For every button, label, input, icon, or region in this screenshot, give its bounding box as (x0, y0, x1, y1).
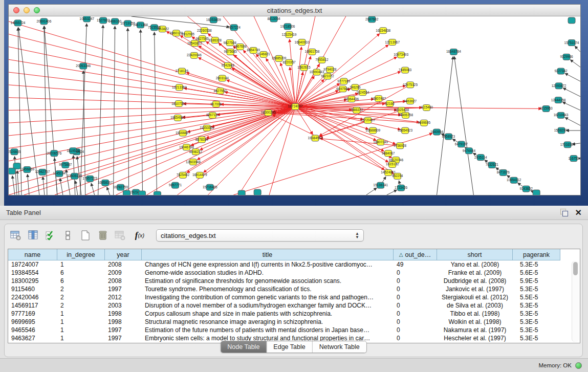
column-header-name[interactable]: name (8, 249, 57, 260)
new-table-icon[interactable] (78, 228, 93, 243)
network-node[interactable]: 16648784 (446, 49, 461, 55)
network-node[interactable]: 9146821 (257, 51, 271, 57)
network-node[interactable]: 14495758 (398, 112, 413, 118)
network-node[interactable]: 12444158 (551, 97, 566, 103)
network-node[interactable]: 18107552 (171, 101, 186, 107)
rows-icon[interactable] (61, 228, 75, 243)
network-window-titlebar[interactable]: citations_edges.txt (9, 5, 580, 16)
network-node[interactable]: 2718126 (176, 68, 189, 74)
network-node[interactable]: 9756928 (394, 143, 407, 149)
network-node[interactable]: 2526605 (9, 149, 21, 155)
network-node[interactable]: 8466160 (108, 18, 122, 25)
column-header-out_de[interactable]: △out_de… (394, 249, 437, 260)
column-header-year[interactable]: year (105, 249, 142, 260)
network-node[interactable]: 8912935 (182, 31, 195, 37)
network-node[interactable]: 14671368 (133, 22, 148, 28)
table-settings-icon[interactable] (9, 228, 23, 243)
network-node[interactable]: 19218506 (280, 24, 295, 30)
column-header-title[interactable]: title (142, 249, 394, 260)
network-node[interactable]: 22260538 (197, 28, 212, 34)
network-node[interactable]: 19166827 (176, 130, 190, 136)
network-node[interactable]: 1640954 (430, 129, 444, 135)
network-node[interactable]: 20206576 (47, 150, 61, 157)
network-node[interactable]: 16640910 (295, 39, 310, 46)
network-node[interactable]: 20364436 (344, 96, 359, 102)
network-node[interactable]: 11353554 (200, 125, 214, 131)
network-node[interactable]: 62160 (385, 101, 395, 107)
network-node[interactable]: 1527602 (97, 17, 110, 24)
network-node[interactable]: 15751074 (564, 40, 579, 46)
network-node[interactable]: 11456869 (20, 166, 35, 172)
network-node[interactable]: 9227342 (554, 68, 568, 74)
network-node[interactable]: 9884067 (382, 150, 395, 157)
network-node[interactable]: 9975887 (59, 162, 72, 168)
network-node[interactable]: 8860128 (170, 30, 183, 36)
close-panel-icon[interactable]: ✕ (575, 209, 582, 216)
network-node[interactable]: 7632621 (486, 162, 499, 168)
tab-network-table[interactable]: Network Table (312, 341, 366, 353)
close-window-icon[interactable] (13, 7, 19, 13)
network-node[interactable]: 8215953 (540, 106, 553, 112)
network-node[interactable]: 746266 (350, 84, 361, 91)
column-visibility-icon[interactable] (26, 228, 40, 243)
network-node[interactable]: 8471676 (497, 169, 510, 176)
network-node[interactable]: 9115460 (420, 105, 433, 111)
network-node[interactable]: 12325419 (282, 32, 297, 38)
network-node[interactable]: 7625402 (177, 172, 190, 178)
network-node[interactable] (533, 190, 540, 195)
column-header-pagerank[interactable]: pagerank (513, 249, 560, 260)
network-node[interactable]: 952254 (392, 173, 403, 179)
network-node[interactable]: 12213369 (172, 84, 187, 91)
network-node[interactable]: 9699695 (418, 120, 431, 126)
delete-table-icon[interactable] (113, 228, 127, 243)
network-node[interactable]: 8498212 (189, 149, 203, 155)
network-node[interactable] (139, 191, 146, 195)
vertical-scrollbar[interactable] (572, 261, 579, 342)
network-node[interactable]: 1562615 (297, 64, 311, 71)
network-node[interactable]: 1145194 (53, 170, 66, 177)
network-node[interactable]: 8220357 (282, 59, 296, 65)
network-node[interactable]: 10973493 (394, 52, 408, 58)
network-node[interactable]: 17957223 (82, 176, 97, 182)
network-node[interactable] (568, 17, 575, 24)
network-node[interactable]: 9621072 (321, 73, 334, 79)
table-row[interactable]: 2242004622012Investigating the contribut… (8, 293, 580, 301)
network-node[interactable]: 19384554 (308, 135, 323, 141)
network-node[interactable] (254, 189, 261, 195)
network-node[interactable]: 10653247 (79, 16, 94, 22)
table-row[interactable]: 1938455462009Genome-wide association stu… (8, 269, 580, 277)
network-node[interactable]: 10807487 (371, 96, 386, 102)
network-node[interactable]: 20053346 (76, 63, 91, 69)
table-row[interactable]: 1456911722003Disruption of a novel membe… (8, 301, 580, 310)
table-row[interactable]: 969969511998Structural magnetic resonanc… (8, 318, 580, 326)
network-node[interactable]: 2087682 (365, 16, 379, 23)
network-node[interactable]: 12213967 (385, 39, 400, 46)
network-node[interactable] (238, 190, 245, 195)
network-node[interactable]: 7485083 (399, 67, 412, 73)
network-canvas[interactable]: 1872400718107552917006196549858267110113… (9, 16, 580, 195)
table-row[interactable]: 1830029562008Estimation of significance … (8, 277, 580, 285)
network-node[interactable]: 9875685 (224, 49, 237, 55)
network-node[interactable]: 8267110 (206, 112, 219, 118)
network-node[interactable]: 2967608 (234, 44, 247, 50)
network-node[interactable]: 10654112 (507, 177, 521, 183)
network-node[interactable] (123, 190, 130, 195)
network-node[interactable]: 9329966 (560, 54, 573, 60)
network-node[interactable]: 9857771 (169, 182, 182, 188)
memory-ok-indicator-icon[interactable] (575, 362, 582, 369)
network-node[interactable]: 9463627 (404, 98, 417, 104)
network-node[interactable]: 22420046 (187, 52, 202, 58)
network-node[interactable]: 16914479 (192, 172, 207, 178)
network-node[interactable]: 12975125 (403, 82, 418, 88)
network-node[interactable]: 13505135 (67, 173, 82, 179)
float-panel-icon[interactable] (560, 209, 568, 216)
network-node[interactable]: 8958923 (442, 134, 455, 140)
table-selector-dropdown[interactable]: citations_edges.txt ▲▼ (156, 229, 364, 242)
network-node[interactable]: 6479197 (455, 141, 468, 147)
network-node[interactable]: 9794028 (323, 67, 337, 73)
network-node[interactable]: 8427552 (214, 88, 227, 94)
delete-column-icon[interactable] (96, 228, 110, 243)
network-node[interactable]: 16654923 (398, 127, 412, 134)
network-node[interactable]: 16958167 (98, 180, 113, 186)
network-node[interactable]: 17016504 (560, 142, 575, 148)
